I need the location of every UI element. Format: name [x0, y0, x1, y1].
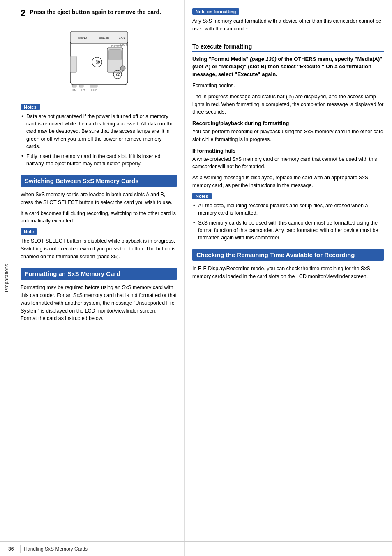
svg-rect-3: [109, 50, 121, 60]
formatting-body: Formatting may be required before using …: [21, 284, 177, 322]
note-on-formatting-body: Any SxS memory card formatted with a dev…: [192, 17, 384, 33]
rec-playback-body: You can perform recording or playback us…: [192, 128, 384, 144]
left-column: 2 Press the eject button again to remove…: [12, 0, 185, 556]
notes-section-right: Notes All the data, including recorded p…: [192, 193, 384, 242]
if-formatting-fails-heading: If formatting fails: [192, 148, 384, 154]
note-item-right-2: SxS memory cards to be used with this ca…: [192, 219, 384, 241]
note-section-left: Note The SLOT SELECT button is disabled …: [21, 228, 177, 260]
footer-section-label: Handling SxS Memory Cards: [24, 546, 88, 552]
svg-rect-17: [79, 85, 83, 87]
checking-body: In E-E Display/Recording mode, you can c…: [192, 265, 384, 280]
notes-badge-left: Notes: [21, 104, 40, 110]
main-content: 2 Press the eject button again to remove…: [12, 0, 392, 556]
svg-text:OFF: OFF: [81, 89, 85, 91]
svg-text:ON: ON: [72, 89, 76, 91]
svg-rect-16: [72, 85, 76, 87]
if-formatting-fails-body1: A write-protected SxS memory card or mem…: [192, 155, 384, 171]
notes-list-left: Data are not guaranteed if the power is …: [21, 113, 177, 167]
formatting-heading: Formatting an SxS Memory Card: [21, 268, 177, 280]
note-item-right-1: All the data, including recorded picture…: [192, 202, 384, 217]
to-execute-bold: Using "Format Media" (page 130) of the O…: [192, 56, 384, 79]
note-on-formatting-section: Note on formatting Any SxS memory card f…: [192, 8, 384, 33]
footer: 36 Handling SxS Memory Cards: [0, 541, 392, 556]
sidebar-label: Preparations: [4, 264, 9, 292]
step-number: 2: [21, 8, 25, 18]
notes-list-right: All the data, including recorded picture…: [192, 202, 384, 242]
svg-rect-18: [90, 85, 97, 87]
footer-page-number: 36: [8, 546, 14, 552]
switching-heading: Switching Between SxS Memory Cards: [21, 175, 177, 187]
svg-text:DC IN: DC IN: [91, 89, 97, 91]
svg-text:RETURN: RETURN: [119, 44, 128, 46]
progress-desc: The in-progress message and status bar (…: [192, 93, 384, 116]
formatting-begins: Formatting begins.: [192, 82, 384, 90]
svg-text:②: ②: [95, 59, 100, 65]
svg-text:MENU: MENU: [78, 36, 87, 39]
device-illustration: MENU SEL/SET CAN ② ① ON OFF DC IN: [58, 23, 140, 97]
svg-text:SEL/SET: SEL/SET: [99, 36, 111, 39]
note-body-left: The SLOT SELECT button is disabled while…: [21, 237, 177, 260]
note-on-formatting-badge: Note on formatting: [192, 8, 239, 15]
notes-badge-right: Notes: [192, 193, 212, 199]
note-item-1: Data are not guaranteed if the power is …: [21, 113, 177, 150]
svg-rect-8: [70, 56, 76, 72]
notes-section-left: Notes Data are not guaranteed if the pow…: [21, 104, 177, 167]
checking-heading: Checking the Remaining Time Available fo…: [192, 249, 384, 261]
svg-point-4: [120, 66, 125, 71]
to-execute-heading: To execute formatting: [192, 43, 384, 52]
page: Preparations 2 Press the eject button ag…: [0, 0, 392, 556]
switching-body1: When SxS memory cards are loaded in both…: [21, 191, 177, 206]
step-title: Press the eject button again to remove t…: [30, 8, 161, 16]
device-image-container: MENU SEL/SET CAN ② ① ON OFF DC IN: [21, 23, 177, 97]
svg-text:①: ①: [116, 72, 120, 78]
divider-1: [192, 39, 384, 39]
switching-body2: If a card becomes full during recording,…: [21, 210, 177, 225]
footer-divider: [20, 545, 21, 553]
svg-text:CAN: CAN: [119, 36, 125, 39]
rec-playback-heading: Recording/playback during formatting: [192, 120, 384, 126]
note-badge-left: Note: [21, 228, 37, 235]
note-item-2: Fully insert the memory card in the card…: [21, 153, 177, 167]
sidebar: Preparations: [0, 0, 12, 556]
to-execute-bold-text: Using "Format Media" (page 130) of the O…: [192, 56, 382, 78]
right-column: Note on formatting Any SxS memory card f…: [185, 0, 392, 556]
step-header: 2 Press the eject button again to remove…: [21, 8, 177, 18]
if-formatting-fails-body2: As a warning message is displayed, repla…: [192, 174, 384, 190]
